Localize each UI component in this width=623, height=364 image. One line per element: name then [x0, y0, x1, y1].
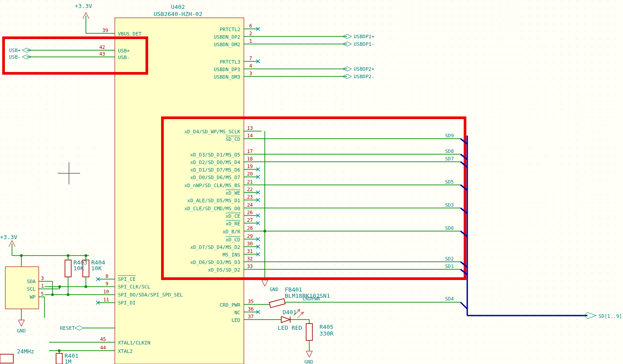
svg-text:27: 27	[247, 217, 253, 223]
svg-text:XTAL1/CLKIN: XTAL1/CLKIN	[118, 340, 150, 346]
svg-text:3: 3	[249, 71, 252, 76]
net-usbdp2m: USBDP2-	[354, 74, 374, 80]
svg-text:D401: D401	[283, 309, 296, 316]
svg-text:10K: 10K	[91, 265, 102, 272]
net-usbdp2p: USBDP2+	[354, 66, 375, 72]
svg-text:xD_D7/SD_D4/MS_D2: xD_D7/SD_D4/MS_D2	[190, 244, 240, 250]
svg-text:LED: LED	[231, 317, 240, 323]
svg-text:32: 32	[247, 256, 253, 262]
svg-text:42: 42	[99, 44, 105, 50]
svg-text:1: 1	[249, 38, 252, 44]
svg-text:18: 18	[247, 156, 253, 162]
svg-text:WP: WP	[30, 294, 36, 300]
svg-text:2: 2	[249, 31, 252, 36]
svg-point-106	[58, 285, 61, 288]
svg-text:xD_D4/SD_WP/MS_SCLK: xD_D4/SD_WP/MS_SCLK	[184, 129, 240, 135]
svg-text:xD_B/R: xD_B/R	[222, 229, 240, 235]
svg-text:33: 33	[247, 264, 253, 269]
u402-val: USB2640-HZH-02	[154, 11, 202, 17]
svg-text:31: 31	[247, 248, 253, 254]
svg-text:330R: 330R	[320, 330, 333, 337]
svg-text:SPI_CE: SPI_CE	[118, 276, 136, 282]
svg-text:XTAL2: XTAL2	[118, 348, 133, 354]
svg-text:xD_CE: xD_CE	[226, 213, 240, 219]
svg-point-119	[67, 254, 69, 257]
svg-text:37: 37	[248, 314, 254, 320]
svg-text:SD2: SD2	[445, 256, 454, 262]
svg-text:+3.3V: +3.3V	[75, 3, 92, 9]
svg-text:CRD_PWR: CRD_PWR	[220, 302, 241, 308]
svg-point-121	[85, 254, 87, 257]
svg-text:CRDPWR: CRDPWR	[303, 296, 320, 302]
svg-text:LED RED: LED RED	[278, 324, 302, 331]
svg-text:43: 43	[99, 51, 105, 57]
svg-text:USBDN_DM2: USBDN_DM2	[214, 42, 240, 48]
svg-text:xD_D6/SD_D3/MS_D3: xD_D6/SD_D3/MS_D3	[190, 260, 240, 265]
svg-text:45: 45	[100, 336, 106, 342]
svg-text:13: 13	[247, 125, 253, 131]
svg-text:11: 11	[103, 297, 109, 303]
svg-text:MS_INS: MS_INS	[222, 252, 240, 258]
svg-text:SD6: SD6	[445, 225, 454, 231]
svg-text:xD_nWP/SD_CLK/MS_BS: xD_nWP/SD_CLK/MS_BS	[184, 183, 240, 188]
svg-text:GND: GND	[270, 287, 279, 292]
svg-text:39: 39	[102, 28, 108, 33]
svg-text:xD_D1/SD_D7/MS_D6: xD_D1/SD_D7/MS_D6	[190, 167, 240, 173]
svg-text:8: 8	[105, 273, 109, 279]
svg-text:17: 17	[247, 148, 253, 154]
svg-text:FB401: FB401	[285, 286, 302, 293]
svg-text:SPI_CLK/SCL: SPI_CLK/SCL	[118, 284, 150, 290]
svg-text:14: 14	[247, 133, 253, 139]
svg-text:30: 30	[247, 241, 253, 247]
svg-text:USB+: USB+	[9, 48, 21, 53]
svg-point-123	[67, 293, 69, 296]
svg-text:xD_D3/SD_D1/MS_D5: xD_D3/SD_D1/MS_D5	[190, 152, 240, 158]
svg-text:22: 22	[247, 187, 253, 192]
svg-text:36: 36	[248, 306, 254, 312]
svg-point-103	[51, 293, 54, 296]
svg-text:GND: GND	[304, 359, 313, 364]
svg-text:SD3: SD3	[445, 202, 454, 208]
bus-label: SD[1..9]	[599, 313, 622, 319]
svg-text:xD_CD: xD_CD	[226, 237, 240, 243]
svg-text:SCL: SCL	[27, 286, 36, 292]
svg-text:3: 3	[41, 276, 44, 281]
svg-text:28: 28	[247, 225, 253, 231]
svg-text:SDA: SDA	[27, 279, 36, 284]
svg-text:10K: 10K	[73, 265, 84, 272]
svg-text:26: 26	[247, 210, 253, 216]
svg-text:VBUS_DET: VBUS_DET	[118, 31, 142, 37]
svg-text:1: 1	[41, 283, 44, 289]
svg-text:PRTCTL2: PRTCTL2	[220, 27, 240, 32]
svg-text:SD7: SD7	[445, 156, 454, 162]
net-usbdp1m: USBDP1-	[354, 41, 374, 47]
svg-rect-2	[0, 0, 623, 364]
svg-text:24: 24	[247, 202, 253, 208]
svg-text:44: 44	[100, 345, 106, 351]
svg-text:6: 6	[249, 23, 252, 29]
svg-text:xD_CLE/SD_CMD/MS_D0: xD_CLE/SD_CMD/MS_D0	[184, 206, 240, 212]
svg-text:SD8: SD8	[445, 148, 454, 154]
svg-text:SD_CD: SD_CD	[226, 136, 240, 142]
u402-ref: U402	[171, 4, 185, 10]
schematic-canvas: U402 USB2640-HZH-02 +3.3V 39 VBUS_DET US…	[0, 0, 623, 364]
svg-text:GND: GND	[17, 328, 26, 334]
svg-point-125	[85, 285, 87, 288]
svg-text:NC: NC	[235, 310, 240, 316]
svg-text:SD1: SD1	[445, 264, 454, 269]
svg-text:24MHz: 24MHz	[17, 348, 34, 355]
svg-text:1M: 1M	[65, 358, 72, 364]
svg-text:USB+: USB+	[118, 48, 130, 54]
svg-text:29: 29	[247, 233, 253, 239]
svg-text:19: 19	[247, 164, 253, 169]
net-usbdp1p: USBDP1+	[354, 34, 375, 40]
svg-text:xD_WE: xD_WE	[226, 190, 240, 196]
svg-text:10: 10	[103, 289, 109, 295]
svg-text:SD4: SD4	[445, 296, 454, 302]
svg-text:USBDN_DP2: USBDN_DP2	[214, 34, 240, 40]
svg-text:9: 9	[105, 281, 109, 287]
svg-point-127	[20, 254, 23, 257]
svg-text:USB-: USB-	[118, 55, 130, 60]
svg-text:5: 5	[41, 291, 44, 297]
svg-text:USBDN_DP3: USBDN_DP3	[214, 67, 240, 72]
